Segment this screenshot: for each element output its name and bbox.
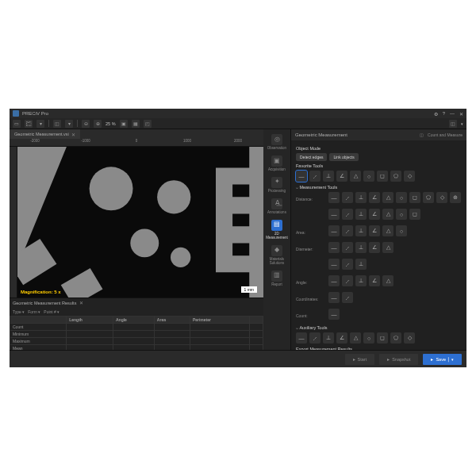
settings-icon[interactable]: ⚙	[434, 111, 438, 117]
tool-button[interactable]: ⊥	[355, 225, 367, 236]
tool-button[interactable]: —	[296, 332, 307, 344]
tool-button[interactable]: —	[328, 259, 340, 270]
tool-button[interactable]: ◇	[436, 192, 447, 203]
toolbar-region-icon[interactable]: ◰	[144, 120, 152, 128]
tool-button[interactable]: ⊥	[355, 192, 367, 203]
tool-button[interactable]: △	[382, 192, 393, 203]
tool-button[interactable]: ∠	[369, 225, 380, 236]
strip-processing[interactable]: ✦Processing	[265, 177, 289, 194]
filter-type[interactable]: Type ▾	[13, 309, 25, 314]
tool-button[interactable]: ⟋	[342, 275, 353, 286]
tool-button[interactable]: △	[382, 209, 393, 220]
tool-button[interactable]: ⊥	[355, 209, 367, 220]
tool-button[interactable]: ⟋	[342, 292, 353, 303]
tool-button[interactable]: ⊥	[323, 332, 334, 344]
results-close-icon[interactable]: ✕	[79, 301, 83, 305]
tool-button[interactable]: ⟋	[342, 242, 353, 253]
tool-button[interactable]: ⊥	[355, 242, 367, 253]
toolbar-fit-icon[interactable]: ▣	[120, 120, 128, 128]
tool-button[interactable]: ⬠	[423, 192, 434, 203]
strip-report[interactable]: ▥Report	[265, 271, 289, 287]
scale-bar: 1 mm	[241, 286, 258, 293]
tool-button[interactable]: ◇	[404, 332, 415, 344]
minimize-icon[interactable]: —	[450, 111, 455, 116]
strip-measurement[interactable]: ▤2D Measurement	[265, 220, 289, 240]
link-objects-button[interactable]: Link objects	[329, 153, 358, 161]
detect-edges-button[interactable]: Detect edges	[296, 153, 327, 161]
tool-button[interactable]: —	[328, 242, 340, 253]
toolbar-zoom-in-icon[interactable]: ⊕	[94, 120, 102, 128]
tool-button[interactable]: ○	[396, 209, 407, 220]
toolbar-new-icon[interactable]: ▭	[13, 120, 21, 128]
tool-button[interactable]: ⬠	[390, 332, 401, 344]
tool-button[interactable]: —	[328, 192, 340, 203]
tool-button[interactable]: ◻	[377, 332, 388, 344]
panel-link[interactable]: Count and Measure	[428, 132, 463, 137]
tool-button[interactable]: △	[350, 171, 361, 182]
strip-observation[interactable]: ◎Observation	[265, 134, 289, 151]
close-icon[interactable]: ✕	[459, 111, 463, 117]
filter-point[interactable]: Point # ▾	[44, 309, 60, 314]
tool-button[interactable]: ⟋	[342, 209, 353, 220]
tool-button[interactable]: —	[328, 209, 340, 220]
tool-button[interactable]: ∠	[336, 332, 347, 344]
toolbar-save-icon[interactable]: ▾	[36, 120, 44, 128]
app-logo-icon	[13, 110, 19, 117]
tool-button[interactable]: ⊥	[323, 171, 334, 182]
tool-button[interactable]: ○	[363, 332, 374, 344]
tool-button[interactable]: △	[382, 225, 393, 236]
tool-button[interactable]: ∠	[369, 209, 380, 220]
section-measurement[interactable]: Measurement Tools	[296, 185, 462, 190]
tool-button[interactable]: ⟋	[309, 171, 321, 182]
report-icon: ▥	[271, 271, 282, 282]
tool-button[interactable]: ⬠	[390, 171, 401, 182]
tool-button[interactable]: —	[328, 225, 340, 236]
tool-button[interactable]: ◻	[377, 171, 388, 182]
tool-button[interactable]: ⊕	[450, 192, 461, 203]
tool-button[interactable]: ○	[396, 225, 407, 236]
svg-point-2	[157, 180, 190, 213]
tab-document[interactable]: Geometric Measurement.vsi ✕	[10, 129, 80, 139]
toolbar-layout-icon[interactable]: ◫	[449, 120, 457, 128]
tool-button[interactable]: ◻	[409, 209, 420, 220]
tool-button[interactable]: —	[328, 275, 340, 286]
section-auxiliary[interactable]: Auxiliary Tools	[296, 325, 462, 330]
help-icon[interactable]: ?	[443, 111, 445, 116]
tool-button[interactable]: ∠	[369, 192, 380, 203]
tool-button[interactable]: —	[328, 309, 340, 320]
tool-button[interactable]: ⊥	[355, 259, 367, 270]
tool-button[interactable]: —	[296, 171, 307, 182]
save-button[interactable]: ▸Save▏▾	[423, 354, 462, 365]
close-tab-icon[interactable]: ✕	[71, 132, 75, 137]
tool-button[interactable]: △	[382, 242, 393, 253]
toolbar-select-icon[interactable]: ▾	[65, 120, 73, 128]
tool-button[interactable]: ⟋	[309, 332, 321, 344]
tool-button[interactable]: ⟋	[342, 192, 353, 203]
strip-annotations[interactable]: A͟Annotations	[265, 198, 289, 215]
filter-form[interactable]: Form ▾	[28, 309, 40, 314]
image-canvas[interactable]: Magnification: 5 x 1 mm	[17, 147, 263, 298]
tool-button[interactable]: ⊥	[355, 275, 367, 286]
tool-button[interactable]: △	[350, 332, 361, 344]
tool-button[interactable]: ⟋	[342, 225, 353, 236]
snapshot-button[interactable]: ▸Snapshot	[379, 354, 418, 365]
toolbar-crop-icon[interactable]: ◫	[53, 120, 61, 128]
tool-button[interactable]: ∠	[369, 242, 380, 253]
tool-button[interactable]: ∠	[336, 171, 347, 182]
toolbar-zoom-out-icon[interactable]: ⊖	[82, 120, 90, 128]
strip-acquisition[interactable]: ▣Acquisition	[265, 155, 289, 172]
toolbar-open-icon[interactable]: ⿴	[25, 120, 33, 128]
tool-button[interactable]: ◇	[404, 171, 415, 182]
zoom-level[interactable]: 25 %	[106, 121, 116, 126]
start-button[interactable]: ▸Start	[345, 354, 375, 365]
tool-button[interactable]: ⟋	[342, 259, 353, 270]
tool-button[interactable]: ○	[363, 171, 374, 182]
tool-button[interactable]: ○	[396, 192, 407, 203]
tool-button[interactable]: —	[328, 292, 340, 303]
panel-pin-icon[interactable]: ◫	[420, 132, 424, 137]
tool-button[interactable]: ∠	[369, 275, 380, 286]
tool-button[interactable]: ◻	[409, 192, 420, 203]
tool-button[interactable]: △	[382, 275, 393, 286]
strip-materials[interactable]: ◆Materials Solutions	[265, 245, 289, 266]
toolbar-actual-icon[interactable]: ▦	[132, 120, 140, 128]
